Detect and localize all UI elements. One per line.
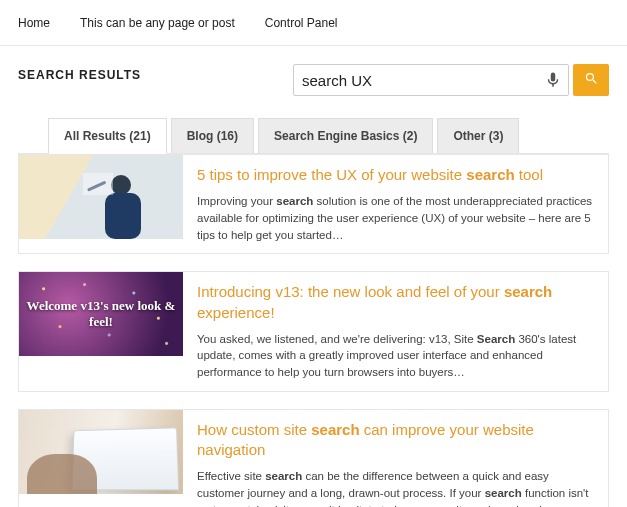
top-nav: Home This can be any page or post Contro…	[0, 0, 627, 46]
tab-all-results[interactable]: All Results (21)	[48, 118, 167, 154]
search-input[interactable]	[302, 72, 544, 89]
tabs: All Results (21) Blog (16) Search Engine…	[18, 118, 609, 154]
result-thumbnail: Welcome v13's new look & feel!	[19, 272, 183, 356]
result-thumbnail	[19, 410, 183, 494]
nav-control-panel[interactable]: Control Panel	[265, 16, 338, 30]
search-icon	[584, 71, 599, 90]
microphone-icon[interactable]	[544, 71, 562, 89]
nav-any-page[interactable]: This can be any page or post	[80, 16, 235, 30]
thumbnail-caption: Welcome v13's new look & feel!	[19, 272, 183, 356]
svg-rect-1	[105, 193, 141, 239]
tab-other[interactable]: Other (3)	[437, 118, 519, 154]
svg-point-0	[111, 175, 131, 195]
nav-home[interactable]: Home	[18, 16, 50, 30]
result-snippet: Effective site search can be the differe…	[197, 468, 594, 507]
result-snippet: You asked, we listened, and we're delive…	[197, 331, 594, 381]
search-bar	[293, 64, 609, 96]
results-list: 5 tips to improve the UX of your website…	[18, 154, 609, 507]
page-title: SEARCH RESULTS	[18, 64, 141, 82]
result-item: Welcome v13's new look & feel! Introduci…	[18, 271, 609, 392]
result-item: How custom site search can improve your …	[18, 409, 609, 507]
search-button[interactable]	[573, 64, 609, 96]
result-title[interactable]: How custom site search can improve your …	[197, 420, 594, 461]
tab-search-engine-basics[interactable]: Search Engine Basics (2)	[258, 118, 433, 154]
result-title[interactable]: 5 tips to improve the UX of your website…	[197, 165, 594, 185]
svg-rect-3	[83, 173, 113, 195]
result-thumbnail	[19, 155, 183, 239]
tab-blog[interactable]: Blog (16)	[171, 118, 254, 154]
result-snippet: Improving your search solution is one of…	[197, 193, 594, 243]
result-item: 5 tips to improve the UX of your website…	[18, 154, 609, 254]
search-input-container	[293, 64, 569, 96]
result-title[interactable]: Introducing v13: the new look and feel o…	[197, 282, 594, 323]
